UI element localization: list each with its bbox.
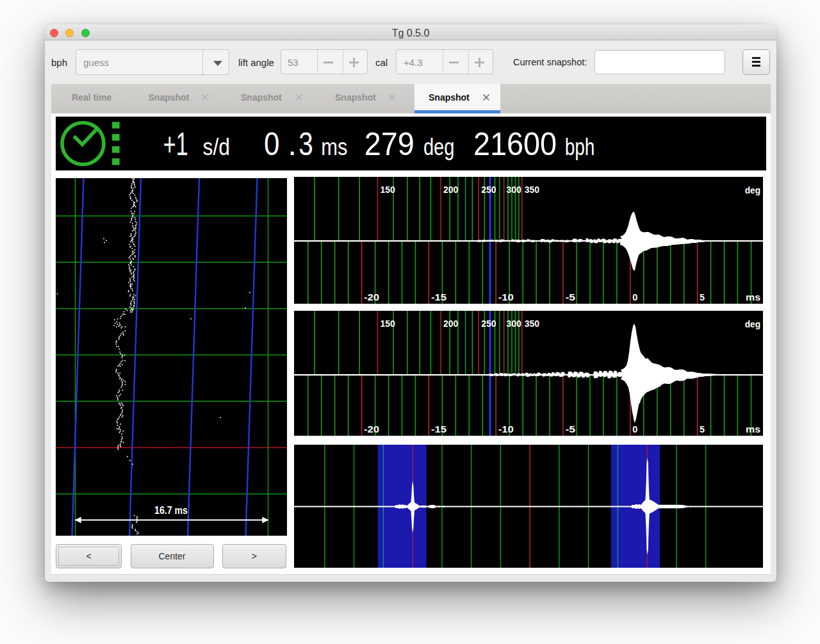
svg-text:.: .: [288, 126, 297, 162]
svg-text:21600: 21600: [473, 126, 557, 162]
svg-text:deg: deg: [745, 185, 760, 195]
svg-text:0: 0: [632, 292, 637, 302]
svg-text:5: 5: [700, 424, 705, 434]
svg-text:bph: bph: [565, 134, 595, 160]
svg-text:-20: -20: [364, 424, 379, 434]
svg-text:-20: -20: [364, 292, 379, 302]
svg-text:+1: +1: [163, 126, 188, 162]
svg-text:-15: -15: [431, 292, 447, 302]
svg-text:deg: deg: [423, 134, 455, 160]
svg-text:3: 3: [299, 126, 313, 162]
svg-text:0: 0: [632, 424, 637, 434]
svg-text:350: 350: [525, 184, 539, 195]
svg-text:200: 200: [443, 184, 458, 195]
svg-text:200: 200: [443, 318, 458, 329]
svg-text:-10: -10: [498, 292, 514, 302]
svg-text:300: 300: [507, 318, 521, 329]
svg-text:s/d: s/d: [203, 134, 230, 160]
svg-text:-15: -15: [431, 424, 447, 434]
svg-text:250: 250: [481, 184, 496, 195]
svg-text:ms: ms: [746, 292, 760, 302]
svg-text:-10: -10: [498, 424, 514, 434]
svg-text:5: 5: [700, 292, 705, 302]
svg-text:300: 300: [507, 184, 521, 195]
svg-text:-5: -5: [566, 292, 576, 302]
svg-text:ms: ms: [746, 424, 760, 434]
svg-text:150: 150: [381, 184, 395, 195]
svg-text:150: 150: [381, 318, 395, 329]
svg-text:ms: ms: [321, 134, 347, 160]
svg-text:-5: -5: [566, 424, 576, 434]
svg-text:0: 0: [264, 126, 279, 162]
svg-text:16.7 ms: 16.7 ms: [154, 504, 188, 515]
svg-text:350: 350: [525, 318, 539, 329]
svg-text:deg: deg: [745, 318, 760, 329]
svg-text:279: 279: [365, 126, 414, 162]
svg-text:250: 250: [481, 318, 496, 329]
